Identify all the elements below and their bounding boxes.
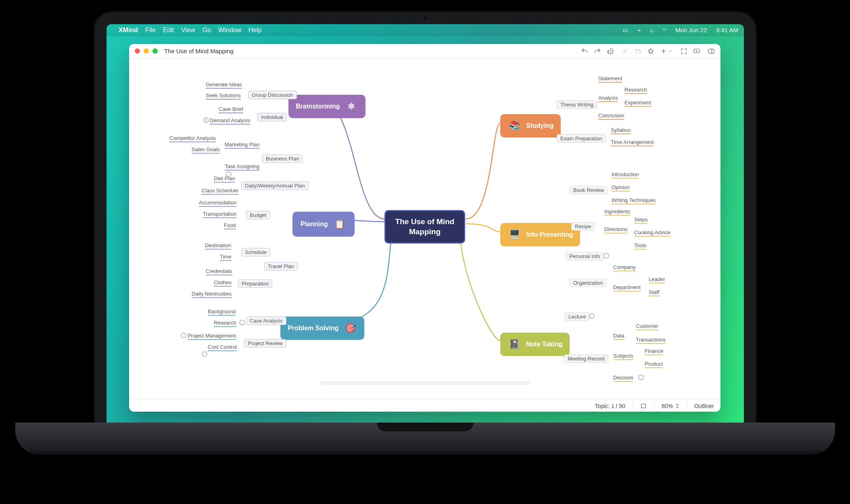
chip-exam-preparation[interactable]: Exam Preparation bbox=[557, 134, 606, 143]
present-icon[interactable] bbox=[693, 48, 700, 55]
leaf[interactable]: Accommodation bbox=[199, 200, 236, 206]
fullscreen-icon[interactable] bbox=[680, 48, 687, 55]
chip-meeting-record[interactable]: Meeting Record bbox=[564, 354, 608, 363]
leaf[interactable]: Daily Necessities bbox=[192, 291, 232, 297]
leaf[interactable]: Product bbox=[645, 361, 663, 367]
card-icon[interactable] bbox=[634, 48, 641, 55]
chip-recipe[interactable]: Recipe bbox=[571, 222, 595, 231]
leaf[interactable]: Research bbox=[624, 87, 647, 93]
menubar-date[interactable]: Mon Jun 22 bbox=[675, 27, 707, 33]
chip-project-review[interactable]: Project Review bbox=[244, 339, 286, 348]
chip-preparation[interactable]: Preparation bbox=[238, 279, 272, 288]
leaf[interactable]: Task Assigning bbox=[225, 163, 259, 169]
zoom-level[interactable]: 80% bbox=[662, 403, 679, 409]
leaf[interactable]: Department bbox=[613, 284, 641, 290]
menu-edit[interactable]: Edit bbox=[163, 27, 174, 34]
branch-brainstorming[interactable]: Brainstorming ⚛ bbox=[288, 95, 365, 118]
leaf[interactable]: Statement bbox=[598, 75, 622, 81]
sidebar-toggle-icon[interactable] bbox=[708, 48, 715, 55]
leaf[interactable]: Food bbox=[224, 222, 236, 228]
minimize-window-button[interactable] bbox=[144, 48, 149, 54]
branch-problem-solving[interactable]: Problem Solving 🎯 bbox=[280, 317, 364, 340]
redo-icon[interactable] bbox=[594, 48, 601, 55]
close-window-button[interactable] bbox=[135, 48, 140, 54]
leaf[interactable]: Research bbox=[214, 320, 236, 326]
branch-studying[interactable]: 📚 Studying bbox=[500, 114, 561, 137]
leaf[interactable]: Decision bbox=[613, 375, 633, 381]
leaf[interactable]: Data bbox=[613, 333, 624, 339]
leaf[interactable]: Project Management bbox=[188, 333, 236, 339]
chip-personal-info[interactable]: Personal Info bbox=[566, 252, 604, 260]
leaf[interactable]: Subjects bbox=[613, 353, 633, 359]
priority-marker[interactable] bbox=[181, 333, 186, 338]
undo-icon[interactable] bbox=[581, 48, 588, 55]
branch-info-presenting[interactable]: 🖥️ Info Presenting bbox=[500, 223, 580, 246]
chip-group-discussion[interactable]: Group Discussion bbox=[248, 91, 297, 99]
spotlight-icon[interactable]: ⌕ bbox=[650, 27, 654, 33]
leaf[interactable]: Clothes bbox=[214, 279, 232, 285]
leaf[interactable]: Destination bbox=[205, 242, 231, 248]
priority-marker[interactable]: 1 bbox=[203, 117, 209, 123]
leaf[interactable]: Background bbox=[208, 308, 236, 314]
battery-icon[interactable]: ▭ bbox=[622, 27, 628, 33]
chip-business-plan[interactable]: Business Plan bbox=[262, 154, 303, 163]
leaf[interactable]: Ingredients bbox=[604, 208, 630, 215]
branch-planning[interactable]: Planning 📋 bbox=[292, 212, 355, 237]
leaf[interactable]: Analysis bbox=[598, 95, 618, 101]
chip-book-review[interactable]: Book Review bbox=[570, 186, 608, 194]
leaf[interactable]: Time bbox=[220, 254, 231, 260]
leaf[interactable]: Transactions bbox=[636, 337, 666, 343]
map-overview-icon[interactable] bbox=[640, 403, 647, 409]
leaf[interactable]: Sales Goals bbox=[192, 146, 220, 152]
leaf[interactable]: Introduction bbox=[612, 171, 639, 177]
leaf[interactable]: Demand Analysis bbox=[210, 117, 250, 123]
wifi-icon[interactable]: ⌔ bbox=[663, 27, 666, 33]
priority-marker[interactable] bbox=[239, 320, 245, 325]
menu-help[interactable]: Help bbox=[249, 27, 262, 34]
zoom-window-button[interactable] bbox=[152, 48, 158, 54]
leaf[interactable]: Directions bbox=[604, 226, 628, 232]
leaf[interactable]: Diet Plan bbox=[214, 175, 235, 181]
leaf[interactable]: Staff bbox=[649, 289, 660, 295]
leaf[interactable]: Transportation bbox=[203, 211, 236, 217]
leaf[interactable]: Generate Ideas bbox=[206, 81, 242, 87]
leaf[interactable]: Case Brief bbox=[219, 106, 243, 112]
menu-view[interactable]: View bbox=[181, 27, 195, 34]
leaf[interactable]: Marketing Plan bbox=[225, 142, 260, 148]
app-name[interactable]: XMind bbox=[119, 27, 138, 34]
chip-daily-plan[interactable]: Daily/Weekly/Annual Plan bbox=[241, 181, 309, 190]
reorder-icon[interactable] bbox=[621, 48, 629, 55]
leaf[interactable]: Cost Control bbox=[208, 344, 237, 350]
chip-thesis-writing[interactable]: Thesis Writing bbox=[557, 100, 597, 109]
leaf[interactable]: Opinion bbox=[612, 184, 630, 190]
chip-individual[interactable]: Individual bbox=[257, 113, 287, 121]
leaf[interactable]: Credentials bbox=[206, 268, 232, 274]
menubar-time[interactable]: 9:41 AM bbox=[716, 27, 738, 33]
leaf[interactable]: Customer bbox=[636, 323, 658, 329]
branch-note-taking[interactable]: 📓 Note Taking bbox=[500, 333, 570, 356]
leaf[interactable]: Leader bbox=[649, 276, 665, 282]
chip-travel-plan[interactable]: Travel Plan bbox=[264, 262, 298, 271]
leaf[interactable]: Cooking Advice bbox=[634, 229, 670, 235]
chip-lecture[interactable]: Lecture bbox=[565, 312, 589, 321]
leaf[interactable]: Experiment bbox=[624, 100, 651, 106]
menu-window[interactable]: Window bbox=[218, 27, 241, 34]
menu-file[interactable]: File bbox=[145, 27, 156, 34]
chip-schedule[interactable]: Schedule bbox=[241, 248, 270, 256]
menu-go[interactable]: Go bbox=[203, 27, 211, 34]
leaf[interactable]: Syllabus bbox=[611, 127, 631, 133]
leaf[interactable]: Writing Techniques bbox=[612, 197, 656, 203]
leaf[interactable]: Time Arrangement bbox=[611, 139, 654, 145]
leaf[interactable]: Tools bbox=[634, 242, 646, 248]
priority-marker[interactable] bbox=[638, 375, 644, 380]
priority-marker[interactable] bbox=[589, 313, 595, 319]
mindmap-canvas[interactable]: The Use of Mind Mapping Brainstorming ⚛ … bbox=[129, 58, 721, 400]
priority-marker[interactable] bbox=[202, 351, 207, 357]
leaf[interactable]: Seek Solutions bbox=[206, 92, 241, 98]
control-center-icon[interactable]: ⌁ bbox=[637, 27, 641, 33]
leaf[interactable]: Conclusion bbox=[598, 112, 624, 119]
horizontal-scrollbar[interactable] bbox=[320, 381, 530, 385]
leaf[interactable]: Class Schedule bbox=[202, 187, 238, 194]
add-button[interactable] bbox=[660, 48, 673, 55]
leaf[interactable]: Competitor Analysis bbox=[169, 135, 216, 141]
